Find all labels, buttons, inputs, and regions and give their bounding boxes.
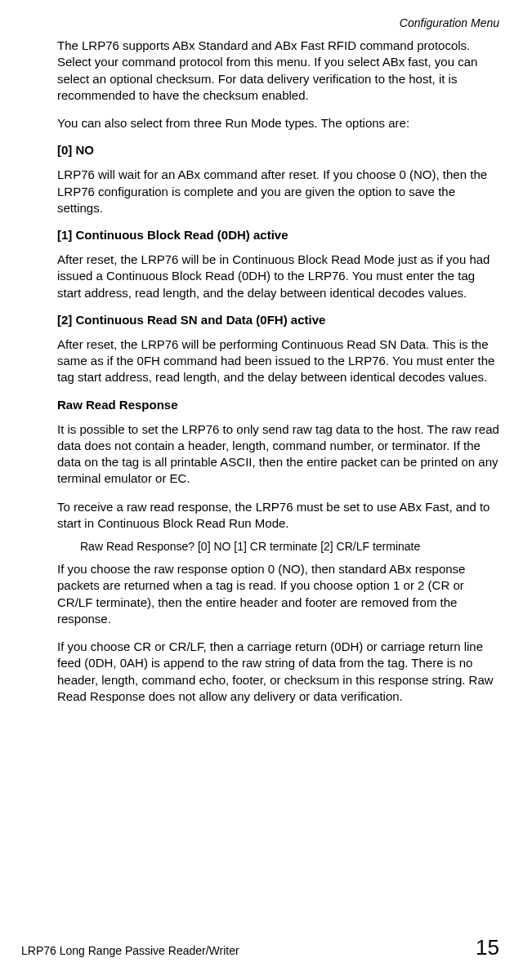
page-footer: LRP76 Long Range Passive Reader/Writer 1… [21,935,499,960]
option-heading: [2] Continuous Read SN and Data (0FH) ac… [57,313,499,327]
section-heading: Raw Read Response [57,398,499,412]
page-content: The LRP76 supports ABx Standard and ABx … [57,38,499,716]
paragraph: The LRP76 supports ABx Standard and ABx … [57,38,499,104]
paragraph: You can also select from three Run Mode … [57,115,499,131]
paragraph: It is possible to set the LRP76 to only … [57,421,499,488]
page-number: 15 [476,935,499,960]
paragraph: If you choose the raw response option 0 … [57,561,499,627]
paragraph: If you choose CR or CR/LF, then a carria… [57,639,499,705]
paragraph: After reset, the LRP76 will be in Contin… [57,252,499,301]
prompt-text: Raw Read Response? [0] NO [1] CR termina… [80,540,499,553]
paragraph: LRP76 will wait for an ABx command after… [57,167,499,216]
footer-title: LRP76 Long Range Passive Reader/Writer [21,944,239,957]
paragraph: After reset, the LRP76 will be performin… [57,336,499,386]
option-heading: [1] Continuous Block Read (0DH) active [57,228,499,242]
header-section-title: Configuration Menu [400,16,499,29]
option-heading: [0] NO [57,143,499,157]
paragraph: To receive a raw read response, the LRP7… [57,499,499,532]
